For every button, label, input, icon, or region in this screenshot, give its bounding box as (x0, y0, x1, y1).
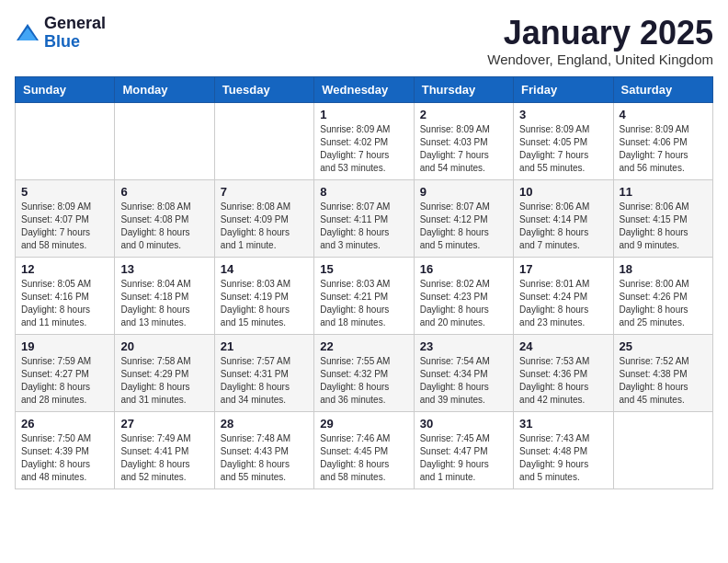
calendar-cell: 20Sunrise: 7:58 AM Sunset: 4:29 PM Dayli… (115, 334, 214, 411)
day-number: 31 (519, 417, 607, 431)
day-info: Sunrise: 8:05 AM Sunset: 4:16 PM Dayligh… (21, 278, 108, 329)
day-number: 23 (420, 339, 507, 353)
calendar-cell: 14Sunrise: 8:03 AM Sunset: 4:19 PM Dayli… (214, 257, 313, 334)
logo-blue: Blue (44, 33, 106, 52)
logo: General Blue (15, 15, 106, 52)
day-info: Sunrise: 7:46 AM Sunset: 4:45 PM Dayligh… (320, 432, 407, 484)
day-info: Sunrise: 7:49 AM Sunset: 4:41 PM Dayligh… (120, 432, 208, 484)
calendar-cell: 6Sunrise: 8:08 AM Sunset: 4:08 PM Daylig… (115, 179, 214, 257)
day-number: 7 (221, 185, 308, 199)
day-number: 25 (620, 339, 707, 353)
day-number: 15 (320, 262, 407, 276)
day-number: 2 (420, 108, 507, 121)
page-header: General Blue January 2025 Wendover, Engl… (15, 15, 713, 67)
day-info: Sunrise: 8:02 AM Sunset: 4:23 PM Dayligh… (420, 278, 507, 329)
day-number: 11 (620, 185, 707, 199)
day-info: Sunrise: 7:54 AM Sunset: 4:34 PM Dayligh… (420, 355, 507, 407)
calendar-cell: 5Sunrise: 8:09 AM Sunset: 4:07 PM Daylig… (16, 179, 115, 257)
calendar-cell: 13Sunrise: 8:04 AM Sunset: 4:18 PM Dayli… (115, 257, 214, 334)
day-header-friday: Friday (514, 76, 613, 102)
day-info: Sunrise: 7:50 AM Sunset: 4:39 PM Dayligh… (21, 432, 108, 484)
day-header-sunday: Sunday (16, 76, 115, 102)
day-number: 10 (519, 185, 607, 199)
day-info: Sunrise: 8:03 AM Sunset: 4:19 PM Dayligh… (221, 278, 308, 329)
calendar-cell: 9Sunrise: 8:07 AM Sunset: 4:12 PM Daylig… (414, 179, 513, 257)
day-info: Sunrise: 7:43 AM Sunset: 4:48 PM Dayligh… (519, 432, 607, 484)
calendar-header-row: SundayMondayTuesdayWednesdayThursdayFrid… (16, 76, 713, 102)
day-number: 29 (320, 417, 407, 431)
day-info: Sunrise: 8:03 AM Sunset: 4:21 PM Dayligh… (320, 278, 407, 329)
day-info: Sunrise: 7:53 AM Sunset: 4:36 PM Dayligh… (519, 355, 607, 407)
day-info: Sunrise: 8:01 AM Sunset: 4:24 PM Dayligh… (519, 278, 607, 329)
month-title: January 2025 (487, 15, 713, 52)
calendar-cell: 16Sunrise: 8:02 AM Sunset: 4:23 PM Dayli… (414, 257, 513, 334)
day-number: 26 (21, 417, 108, 431)
day-number: 24 (519, 339, 607, 353)
day-info: Sunrise: 8:07 AM Sunset: 4:12 PM Dayligh… (420, 201, 507, 252)
day-number: 27 (120, 417, 208, 431)
calendar-cell: 31Sunrise: 7:43 AM Sunset: 4:48 PM Dayli… (514, 411, 613, 488)
day-header-tuesday: Tuesday (214, 76, 313, 102)
day-number: 12 (21, 262, 108, 276)
day-number: 16 (420, 262, 507, 276)
calendar-cell (115, 102, 214, 179)
day-number: 20 (120, 339, 208, 353)
calendar-cell: 2Sunrise: 8:09 AM Sunset: 4:03 PM Daylig… (414, 102, 513, 179)
day-number: 19 (21, 339, 108, 353)
calendar-cell: 26Sunrise: 7:50 AM Sunset: 4:39 PM Dayli… (16, 411, 115, 488)
calendar-week-row: 5Sunrise: 8:09 AM Sunset: 4:07 PM Daylig… (16, 179, 713, 257)
calendar-cell: 8Sunrise: 8:07 AM Sunset: 4:11 PM Daylig… (314, 179, 414, 257)
day-number: 14 (221, 262, 308, 276)
day-info: Sunrise: 8:09 AM Sunset: 4:07 PM Dayligh… (21, 201, 108, 252)
calendar-cell: 15Sunrise: 8:03 AM Sunset: 4:21 PM Dayli… (314, 257, 414, 334)
day-info: Sunrise: 7:48 AM Sunset: 4:43 PM Dayligh… (221, 432, 308, 484)
day-number: 28 (221, 417, 308, 431)
logo-text: General Blue (44, 15, 106, 52)
day-number: 13 (120, 262, 208, 276)
day-info: Sunrise: 7:52 AM Sunset: 4:38 PM Dayligh… (620, 355, 707, 407)
day-header-wednesday: Wednesday (314, 76, 414, 102)
day-info: Sunrise: 8:06 AM Sunset: 4:15 PM Dayligh… (620, 201, 707, 252)
day-number: 1 (320, 108, 407, 121)
day-header-saturday: Saturday (613, 76, 712, 102)
calendar-week-row: 12Sunrise: 8:05 AM Sunset: 4:16 PM Dayli… (16, 257, 713, 334)
logo-general: General (44, 15, 106, 33)
location: Wendover, England, United Kingdom (487, 52, 713, 67)
day-info: Sunrise: 8:09 AM Sunset: 4:02 PM Dayligh… (320, 123, 407, 175)
calendar-cell: 7Sunrise: 8:08 AM Sunset: 4:09 PM Daylig… (214, 179, 313, 257)
calendar-cell (613, 411, 712, 488)
calendar-cell: 30Sunrise: 7:45 AM Sunset: 4:47 PM Dayli… (414, 411, 513, 488)
calendar-cell (16, 102, 115, 179)
calendar-cell (214, 102, 313, 179)
day-info: Sunrise: 7:58 AM Sunset: 4:29 PM Dayligh… (120, 355, 208, 407)
calendar-cell: 24Sunrise: 7:53 AM Sunset: 4:36 PM Dayli… (514, 334, 613, 411)
calendar-cell: 25Sunrise: 7:52 AM Sunset: 4:38 PM Dayli… (613, 334, 712, 411)
day-info: Sunrise: 8:06 AM Sunset: 4:14 PM Dayligh… (519, 201, 607, 252)
day-info: Sunrise: 8:09 AM Sunset: 4:06 PM Dayligh… (620, 123, 707, 175)
calendar-table: SundayMondayTuesdayWednesdayThursdayFrid… (15, 76, 713, 489)
day-info: Sunrise: 7:59 AM Sunset: 4:27 PM Dayligh… (21, 355, 108, 407)
title-block: January 2025 Wendover, England, United K… (487, 15, 713, 67)
day-number: 3 (519, 108, 607, 121)
calendar-cell: 1Sunrise: 8:09 AM Sunset: 4:02 PM Daylig… (314, 102, 414, 179)
day-info: Sunrise: 8:08 AM Sunset: 4:09 PM Dayligh… (221, 201, 308, 252)
day-header-thursday: Thursday (414, 76, 513, 102)
calendar-cell: 28Sunrise: 7:48 AM Sunset: 4:43 PM Dayli… (214, 411, 313, 488)
calendar-cell: 18Sunrise: 8:00 AM Sunset: 4:26 PM Dayli… (613, 257, 712, 334)
day-info: Sunrise: 7:45 AM Sunset: 4:47 PM Dayligh… (420, 432, 507, 484)
day-number: 17 (519, 262, 607, 276)
day-number: 21 (221, 339, 308, 353)
calendar-cell: 12Sunrise: 8:05 AM Sunset: 4:16 PM Dayli… (16, 257, 115, 334)
calendar-cell: 11Sunrise: 8:06 AM Sunset: 4:15 PM Dayli… (613, 179, 712, 257)
calendar-week-row: 19Sunrise: 7:59 AM Sunset: 4:27 PM Dayli… (16, 334, 713, 411)
day-info: Sunrise: 8:04 AM Sunset: 4:18 PM Dayligh… (120, 278, 208, 329)
day-info: Sunrise: 8:09 AM Sunset: 4:05 PM Dayligh… (519, 123, 607, 175)
calendar-week-row: 26Sunrise: 7:50 AM Sunset: 4:39 PM Dayli… (16, 411, 713, 488)
day-info: Sunrise: 7:55 AM Sunset: 4:32 PM Dayligh… (320, 355, 407, 407)
day-number: 4 (620, 108, 707, 121)
day-number: 5 (21, 185, 108, 199)
calendar-cell: 27Sunrise: 7:49 AM Sunset: 4:41 PM Dayli… (115, 411, 214, 488)
day-header-monday: Monday (115, 76, 214, 102)
calendar-cell: 3Sunrise: 8:09 AM Sunset: 4:05 PM Daylig… (514, 102, 613, 179)
day-number: 9 (420, 185, 507, 199)
